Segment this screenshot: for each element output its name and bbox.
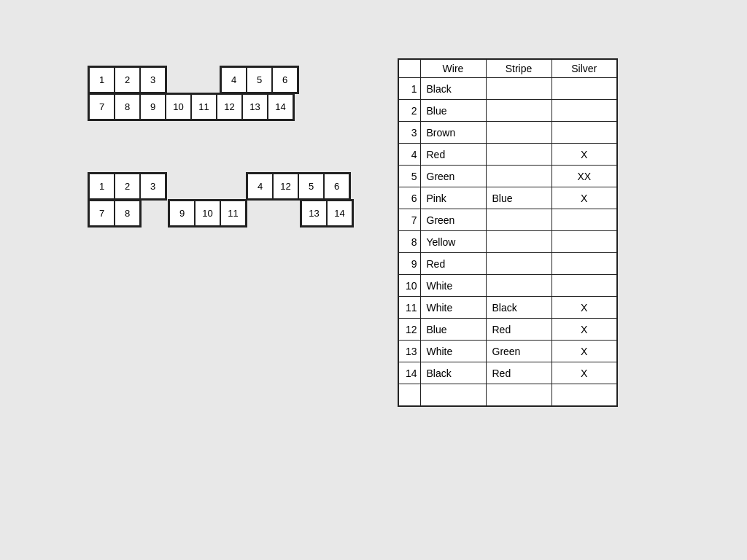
row-wire: Brown xyxy=(420,122,486,144)
row-num xyxy=(398,384,420,406)
pin-1-bot-7: 7 xyxy=(89,94,115,120)
table-row: 5GreenXX xyxy=(398,166,617,187)
table-row: 2Blue xyxy=(398,100,617,122)
row-wire: Green xyxy=(420,209,486,231)
row-wire: Yellow xyxy=(420,231,486,253)
col-header-stripe: Stripe xyxy=(486,59,551,78)
row-stripe: Green xyxy=(486,341,551,362)
pin-2-bot-14: 14 xyxy=(327,201,352,226)
pin-1-top-3: 3 xyxy=(140,67,166,93)
pin-2-top-12: 12 xyxy=(273,174,298,199)
pin-1-bot-10: 10 xyxy=(166,94,191,120)
row-silver xyxy=(551,253,617,275)
pin-1-top-4: 4 xyxy=(221,67,247,93)
row-wire: Black xyxy=(420,78,486,100)
table-row: 3Brown xyxy=(398,122,617,144)
row-stripe xyxy=(486,384,551,406)
row-wire: White xyxy=(420,341,486,362)
table-row: 6PinkBlueX xyxy=(398,187,617,209)
row-silver xyxy=(551,275,617,297)
row-num: 2 xyxy=(398,100,420,122)
row-num: 3 xyxy=(398,122,420,144)
row-num: 4 xyxy=(398,144,420,166)
pin-1-bot-12: 12 xyxy=(217,94,242,120)
row-silver: X xyxy=(551,144,617,166)
pin-1-top-1: 1 xyxy=(89,67,115,93)
pin-2-top-2: 2 xyxy=(115,174,140,199)
row-stripe xyxy=(486,275,551,297)
pin-2-bot-13: 13 xyxy=(301,201,327,226)
pin-1-top-5: 5 xyxy=(247,67,272,93)
table-row: 7Green xyxy=(398,209,617,231)
row-silver xyxy=(551,209,617,231)
row-num: 11 xyxy=(398,297,420,319)
table-row: 10White xyxy=(398,275,617,297)
row-num: 6 xyxy=(398,187,420,209)
row-stripe: Red xyxy=(486,319,551,341)
row-num: 8 xyxy=(398,231,420,253)
row-num: 5 xyxy=(398,166,420,187)
pin-2-top-3: 3 xyxy=(140,174,166,199)
row-silver xyxy=(551,231,617,253)
pin-2-bot-8: 8 xyxy=(115,201,140,226)
pin-1-top-2: 2 xyxy=(115,67,140,93)
row-stripe xyxy=(486,100,551,122)
pin-2-top-4: 4 xyxy=(247,174,273,199)
row-wire: Blue xyxy=(420,319,486,341)
row-wire: Green xyxy=(420,166,486,187)
table-row: 12BlueRedX xyxy=(398,319,617,341)
row-stripe xyxy=(486,78,551,100)
pin-2-top-5: 5 xyxy=(298,174,324,199)
row-silver xyxy=(551,384,617,406)
row-num: 12 xyxy=(398,319,420,341)
row-stripe: Black xyxy=(486,297,551,319)
row-stripe xyxy=(486,253,551,275)
connector-2: 1 2 3 4 12 5 6 7 8 xyxy=(88,172,354,228)
pin-1-top-6: 6 xyxy=(272,67,298,93)
row-stripe: Blue xyxy=(486,187,551,209)
row-stripe xyxy=(486,209,551,231)
row-silver: X xyxy=(551,341,617,362)
pin-2-top-1: 1 xyxy=(89,174,115,199)
row-wire: Black xyxy=(420,362,486,384)
row-num: 14 xyxy=(398,362,420,384)
row-num: 9 xyxy=(398,253,420,275)
pin-2-bot-9: 9 xyxy=(169,201,195,226)
wire-table-section: Wire Stripe Silver 1Black2Blue3Brown4Red… xyxy=(398,58,618,407)
table-row xyxy=(398,384,617,406)
row-num: 1 xyxy=(398,78,420,100)
row-wire xyxy=(420,384,486,406)
pin-1-bot-14: 14 xyxy=(268,94,293,120)
row-silver xyxy=(551,100,617,122)
row-num: 10 xyxy=(398,275,420,297)
col-header-num xyxy=(398,59,420,78)
table-row: 1Black xyxy=(398,78,617,100)
table-row: 4RedX xyxy=(398,144,617,166)
row-wire: Blue xyxy=(420,100,486,122)
pin-1-bot-13: 13 xyxy=(242,94,268,120)
row-stripe xyxy=(486,231,551,253)
row-wire: Red xyxy=(420,253,486,275)
row-stripe xyxy=(486,144,551,166)
row-wire: White xyxy=(420,297,486,319)
table-row: 14BlackRedX xyxy=(398,362,617,384)
row-stripe xyxy=(486,122,551,144)
table-row: 11WhiteBlackX xyxy=(398,297,617,319)
pin-2-bot-11: 11 xyxy=(220,201,246,226)
pin-2-top-6: 6 xyxy=(324,174,349,199)
col-header-wire: Wire xyxy=(420,59,486,78)
row-silver: X xyxy=(551,297,617,319)
table-row: 8Yellow xyxy=(398,231,617,253)
row-silver xyxy=(551,78,617,100)
row-silver: X xyxy=(551,187,617,209)
col-header-silver: Silver xyxy=(551,59,617,78)
connector-1: 1 2 3 4 5 6 7 8 9 10 11 xyxy=(88,66,354,121)
row-silver: X xyxy=(551,362,617,384)
row-wire: Red xyxy=(420,144,486,166)
pin-2-bot-10: 10 xyxy=(195,201,220,226)
table-row: 13WhiteGreenX xyxy=(398,341,617,362)
wire-table: Wire Stripe Silver 1Black2Blue3Brown4Red… xyxy=(398,58,618,407)
connectors-section: 1 2 3 4 5 6 7 8 9 10 11 xyxy=(88,58,354,407)
row-wire: Pink xyxy=(420,187,486,209)
table-row: 9Red xyxy=(398,253,617,275)
